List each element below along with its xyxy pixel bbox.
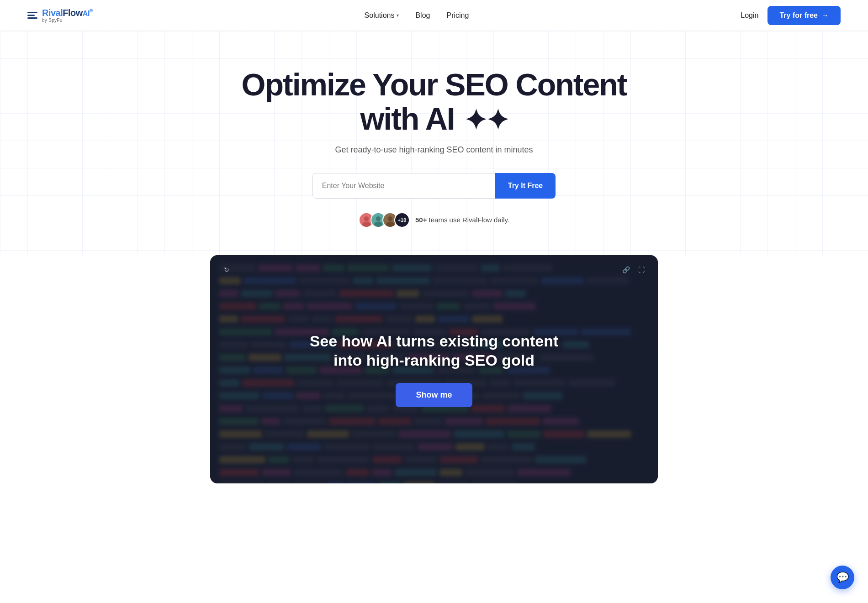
svg-point-4 xyxy=(376,216,381,221)
logo-link[interactable]: RivalRivalFlowFlowAI® by SpyFu xyxy=(27,8,93,23)
try-free-label: Try for free xyxy=(779,11,818,20)
refresh-icon[interactable]: ↻ xyxy=(220,263,233,276)
solutions-link[interactable]: Solutions xyxy=(365,11,395,20)
blog-link[interactable]: Blog xyxy=(415,11,430,19)
social-description: teams use RivalFlow daily. xyxy=(427,216,509,224)
video-overlay: ↻ 🔗 ⛶ See how AI turns existing content … xyxy=(210,255,658,483)
logo-rival: Rival xyxy=(42,8,63,18)
social-proof: +10 50+ teams use RivalFlow daily. xyxy=(18,212,850,228)
nav-item-solutions[interactable]: Solutions ▾ xyxy=(365,11,399,20)
hero-section: Optimize Your SEO Content with AI ✦✦ Get… xyxy=(0,31,868,255)
sparkle-icon: ✦✦ xyxy=(464,105,508,136)
video-center-content: See how AI turns existing content into h… xyxy=(310,331,559,407)
hero-input-row: Try It Free xyxy=(18,173,850,199)
logo-line-3 xyxy=(27,17,37,19)
svg-point-7 xyxy=(388,216,393,221)
hero-subtitle: Get ready-to-use high-ranking SEO conten… xyxy=(18,145,850,155)
logo-icon xyxy=(27,12,37,19)
login-link[interactable]: Login xyxy=(741,11,758,20)
logo-byline: by SpyFu xyxy=(42,18,93,23)
hero-title: Optimize Your SEO Content with AI ✦✦ xyxy=(228,68,640,136)
video-heading-line2: into high-ranking SEO gold xyxy=(333,351,535,369)
svg-point-8 xyxy=(386,221,394,227)
nav-links: Solutions ▾ Blog Pricing xyxy=(365,11,469,20)
logo-ai-text: AI xyxy=(83,10,90,17)
social-proof-text: 50+ teams use RivalFlow daily. xyxy=(415,216,509,224)
try-for-free-button[interactable]: Try for free → xyxy=(767,6,841,25)
video-right-icons: 🔗 ⛶ xyxy=(619,263,648,276)
logo-line-1 xyxy=(27,12,37,13)
solutions-chevron-icon: ▾ xyxy=(397,13,399,18)
svg-point-5 xyxy=(374,221,382,227)
logo-text: RivalRivalFlowFlowAI® by SpyFu xyxy=(42,8,93,23)
website-input[interactable] xyxy=(312,173,495,199)
hero-title-text: Optimize Your SEO Content with AI xyxy=(242,67,627,136)
svg-point-2 xyxy=(362,221,370,227)
link-icon[interactable]: 🔗 xyxy=(619,263,632,276)
video-container: ↻ 🔗 ⛶ See how AI turns existing content … xyxy=(210,255,658,483)
video-top-icons: ↻ 🔗 ⛶ xyxy=(210,263,658,276)
video-heading: See how AI turns existing content into h… xyxy=(310,331,559,370)
video-heading-line1: See how AI turns existing content xyxy=(310,332,559,350)
navbar: RivalRivalFlowFlowAI® by SpyFu Solutions… xyxy=(0,0,868,31)
svg-point-1 xyxy=(364,216,369,221)
show-me-button[interactable]: Show me xyxy=(396,383,472,407)
logo-line-2 xyxy=(27,15,35,16)
nav-item-blog[interactable]: Blog xyxy=(415,11,430,20)
nav-cta-group: Login Try for free → xyxy=(741,6,841,25)
nav-item-pricing[interactable]: Pricing xyxy=(446,11,469,20)
avatar-group: +10 xyxy=(359,212,410,228)
video-section: ↻ 🔗 ⛶ See how AI turns existing content … xyxy=(192,255,676,502)
pricing-link[interactable]: Pricing xyxy=(446,11,469,19)
avatar-plus: +10 xyxy=(394,212,410,228)
social-count: 50+ xyxy=(415,216,427,224)
try-it-free-button[interactable]: Try It Free xyxy=(495,173,556,199)
expand-icon[interactable]: ⛶ xyxy=(635,263,648,276)
try-free-arrow: → xyxy=(821,11,829,20)
logo-brand-text: RivalRivalFlowFlowAI® xyxy=(42,8,93,18)
